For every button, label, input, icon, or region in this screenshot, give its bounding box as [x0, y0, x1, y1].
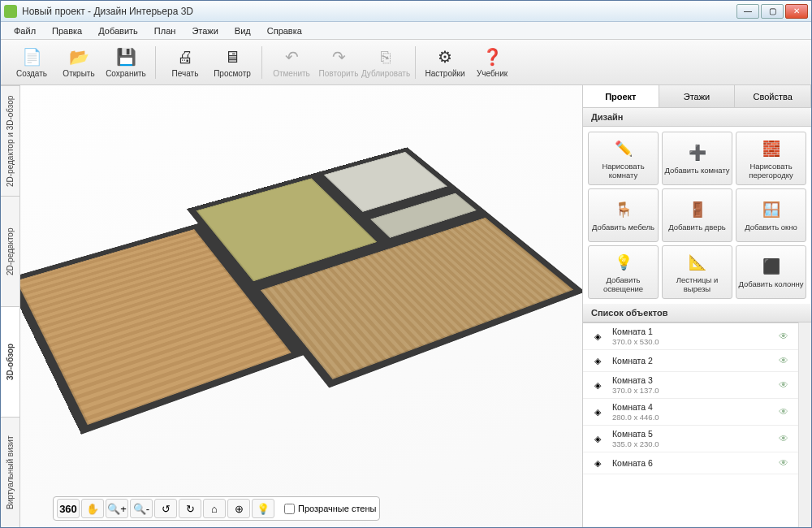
draw-partition-button[interactable]: 🧱Нарисовать перегородку: [736, 132, 806, 185]
menu-вид[interactable]: Вид: [228, 24, 257, 38]
add-door-button[interactable]: 🚪Добавить дверь: [662, 188, 732, 242]
save-icon: [114, 46, 137, 67]
panel-tab-properties[interactable]: Свойства: [735, 85, 811, 107]
add-furniture-button[interactable]: 🪑Добавить мебель: [588, 188, 659, 242]
object-item-4[interactable]: ◈Комната 4280.0 x 446.0👁: [583, 399, 798, 426]
add-room-button[interactable]: ➕Добавить комнату: [662, 132, 732, 185]
draw-room-icon: ✏️: [612, 138, 635, 159]
tutorial-icon: [481, 46, 503, 67]
minimize-button[interactable]: —: [736, 4, 759, 19]
visibility-toggle-icon[interactable]: 👁: [779, 379, 792, 391]
visibility-toggle-icon[interactable]: 👁: [779, 433, 792, 444]
object-name: Комната 3: [612, 375, 779, 386]
object-name: Комната 1: [612, 327, 779, 337]
left-view-tabs: 2D-редактор и 3D-обзор2D-редактор3D-обзо…: [1, 85, 20, 527]
viewport-tool-6[interactable]: ⌂: [203, 499, 226, 518]
visibility-toggle-icon[interactable]: 👁: [779, 355, 792, 366]
toolbar-create-button[interactable]: Создать: [9, 42, 54, 83]
stairs-label: Лестницы и вырезы: [663, 275, 732, 293]
toolbar-open-button[interactable]: Открыть: [56, 42, 102, 83]
viewport-3d[interactable]: 360✋🔍+🔍-↺↻⌂⊕💡Прозрачные стены: [20, 85, 582, 527]
view-tab-virtual[interactable]: Виртуальный визит: [1, 417, 19, 527]
menu-план[interactable]: План: [148, 24, 183, 38]
viewport-tool-3[interactable]: 🔍-: [130, 499, 153, 518]
menubar: ФайлПравкаДобавитьПланЭтажиВидСправка: [1, 22, 811, 40]
object-item-2[interactable]: ◈Комната 2👁: [583, 350, 798, 372]
menu-файл[interactable]: Файл: [7, 24, 42, 38]
toolbar-preview-button[interactable]: Просмотр: [209, 42, 255, 83]
app-window: Новый проект - Дизайн Интерьера 3D — ▢ ✕…: [0, 0, 812, 528]
objects-section-header: Список объектов: [583, 304, 811, 322]
object-list-scrollbar[interactable]: [798, 322, 811, 527]
object-info: Комната 4280.0 x 446.0: [612, 402, 779, 422]
duplicate-icon: [374, 46, 397, 67]
add-window-label: Добавить окно: [745, 223, 797, 232]
transparent-walls-input[interactable]: [284, 504, 295, 514]
toolbar-settings-button[interactable]: Настройки: [422, 42, 468, 83]
view-tab-2d3d[interactable]: 2D-редактор и 3D-обзор: [1, 85, 19, 196]
redo-icon: [327, 46, 350, 67]
visibility-toggle-icon[interactable]: 👁: [779, 406, 792, 418]
viewport-tool-1[interactable]: ✋: [81, 499, 104, 518]
print-label: Печать: [172, 69, 199, 78]
object-name: Комната 5: [612, 429, 779, 439]
add-light-label: Добавить освещение: [589, 275, 658, 293]
viewport-toolbar: 360✋🔍+🔍-↺↻⌂⊕💡Прозрачные стены: [53, 496, 380, 521]
object-info: Комната 2: [612, 356, 779, 366]
duplicate-label: Дублировать: [361, 69, 410, 78]
add-window-button[interactable]: 🪟Добавить окно: [736, 188, 806, 242]
add-column-label: Добавить колонну: [738, 279, 803, 288]
body-area: 2D-редактор и 3D-обзор2D-редактор3D-обзо…: [1, 85, 811, 527]
design-section-header: Дизайн: [583, 108, 811, 127]
undo-label: Отменить: [273, 69, 310, 78]
viewport-tool-8[interactable]: 💡: [252, 499, 274, 518]
add-door-icon: 🚪: [686, 199, 709, 220]
visibility-toggle-icon[interactable]: 👁: [779, 331, 792, 342]
menu-правка[interactable]: Правка: [45, 24, 89, 38]
maximize-button[interactable]: ▢: [761, 4, 784, 19]
toolbar-duplicate-button: Дублировать: [363, 42, 408, 83]
toolbar-tutorial-button[interactable]: Учебник: [469, 42, 515, 83]
viewport-tool-2[interactable]: 🔍+: [106, 499, 128, 518]
toolbar-separator: [155, 46, 156, 79]
right-panel: ПроектЭтажиСвойства Дизайн ✏️Нарисовать …: [582, 85, 811, 527]
view-tab-2d[interactable]: 2D-редактор: [1, 196, 19, 306]
object-item-3[interactable]: ◈Комната 3370.0 x 137.0👁: [583, 372, 798, 399]
object-info: Комната 3370.0 x 137.0: [612, 375, 779, 395]
viewport-tool-4[interactable]: ↺: [154, 499, 177, 518]
add-column-icon: ⬛: [760, 256, 783, 277]
panel-tab-project[interactable]: Проект: [583, 85, 659, 107]
viewport-tool-5[interactable]: ↻: [179, 499, 201, 518]
close-button[interactable]: ✕: [785, 4, 808, 19]
add-light-button[interactable]: 💡Добавить освещение: [588, 245, 659, 299]
menu-добавить[interactable]: Добавить: [92, 24, 145, 38]
panel-tab-floors[interactable]: Этажи: [659, 85, 736, 107]
object-info: Комната 1370.0 x 530.0: [612, 327, 779, 346]
menu-справка[interactable]: Справка: [261, 24, 309, 38]
add-window-icon: 🪟: [760, 199, 783, 220]
object-info: Комната 6: [612, 458, 779, 469]
draw-room-button[interactable]: ✏️Нарисовать комнату: [588, 132, 659, 185]
object-item-1[interactable]: ◈Комната 1370.0 x 530.0👁: [583, 323, 798, 350]
floorplan-3d: [20, 145, 582, 516]
object-list[interactable]: ◈Комната 1370.0 x 530.0👁◈Комната 2👁◈Комн…: [583, 322, 798, 527]
viewport-tool-0[interactable]: 360: [57, 499, 80, 518]
scene-3d[interactable]: [20, 85, 582, 527]
stairs-button[interactable]: 📐Лестницы и вырезы: [662, 245, 732, 299]
toolbar-save-button[interactable]: Сохранить: [103, 42, 149, 83]
object-item-5[interactable]: ◈Комната 5335.0 x 230.0👁: [583, 426, 798, 452]
menu-этажи[interactable]: Этажи: [185, 24, 224, 38]
visibility-toggle-icon[interactable]: 👁: [779, 457, 792, 469]
app-icon: [4, 5, 17, 18]
room-icon: ◈: [590, 431, 606, 446]
transparent-walls-checkbox[interactable]: Прозрачные стены: [284, 504, 376, 514]
object-size: 370.0 x 137.0: [612, 386, 779, 395]
toolbar-print-button[interactable]: Печать: [162, 42, 208, 83]
viewport-tool-7[interactable]: ⊕: [227, 499, 250, 518]
toolbar-redo-button: Повторить: [316, 42, 361, 83]
object-item-6[interactable]: ◈Комната 6👁: [583, 452, 798, 474]
view-tab-3d[interactable]: 3D-обзор: [1, 306, 19, 417]
window-title: Новый проект - Дизайн Интерьера 3D: [22, 6, 736, 17]
room-icon: ◈: [590, 329, 606, 344]
add-column-button[interactable]: ⬛Добавить колонну: [736, 245, 806, 299]
